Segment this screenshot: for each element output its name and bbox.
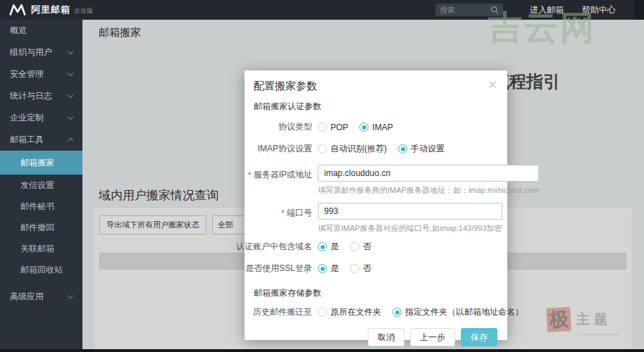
- search-icon[interactable]: [490, 6, 499, 14]
- radio-domain-no[interactable]: 否: [350, 241, 371, 253]
- sidebar-item-label: 企业定制: [10, 112, 44, 124]
- history-radio-group: 原所在文件夹 指定文件夹（以邮箱地址命名）: [318, 306, 535, 318]
- previous-step-button[interactable]: 上一步: [410, 328, 455, 346]
- sidebar-item-label: 概览: [10, 25, 27, 37]
- radio-unchecked-icon[interactable]: [318, 308, 327, 317]
- sidebar-nav: 概览 组织与用户 安全管理 统计与日志 企业定制 邮箱工具 邮箱搬家 发信设置 …: [0, 20, 82, 352]
- imap-setting-label: IMAP协议设置: [244, 143, 312, 155]
- radio-unchecked-icon[interactable]: [318, 122, 327, 132]
- help-center-link[interactable]: 帮助中心: [582, 4, 616, 16]
- logo-text: 阿里邮箱: [31, 4, 70, 16]
- sidebar-item-overview[interactable]: 概览: [0, 20, 82, 42]
- port-helper: 填写原IMAP服务器对应的端口号,如imap:143/993加密: [318, 223, 502, 234]
- chevron-down-icon: [68, 114, 73, 120]
- radio-label: 是: [330, 263, 339, 275]
- protocol-type-row: 协议类型 POP IMAP: [244, 121, 507, 133]
- radio-checked-icon[interactable]: [392, 308, 402, 317]
- radio-original-folder[interactable]: 原所在文件夹: [318, 306, 381, 318]
- radio-label: 否: [363, 241, 371, 253]
- sidebar-item-label: 高级应用: [10, 291, 44, 303]
- top-header: 阿里邮箱 企业版 进入邮箱 帮助中心: [0, 0, 644, 20]
- app-logo[interactable]: 阿里邮箱 企业版: [9, 4, 93, 16]
- server-address-helper: 填写原邮件服务商的IMAP服务器地址：如：imap.mxhichina.com: [318, 185, 539, 196]
- search-input[interactable]: [440, 6, 490, 14]
- imap-setting-row: IMAP协议设置 自动识别(推荐) 手动设置: [244, 143, 507, 155]
- label-text: 端口号: [287, 207, 312, 219]
- sidebar-subitem-label: 发信设置: [20, 180, 54, 191]
- sidebar-subitem-mailbox-recycle[interactable]: 邮箱回收站: [0, 259, 82, 280]
- cancel-button[interactable]: 取消: [368, 328, 404, 346]
- radio-imap[interactable]: IMAP: [359, 122, 392, 132]
- port-row: * 端口号 填写原IMAP服务器对应的端口号,如imap:143/993加密: [244, 203, 507, 234]
- chevron-down-icon: [68, 92, 73, 98]
- history-destination-label: 历史邮件搬迁至: [244, 306, 312, 318]
- sidebar-subitem-mail-recall[interactable]: 邮件撤回: [0, 217, 82, 238]
- radio-checked-icon[interactable]: [398, 144, 407, 153]
- sidebar-item-label: 邮箱工具: [10, 134, 44, 146]
- configure-migration-modal: 配置搬家参数 ✕ 邮箱搬家认证参数 协议类型 POP IMAP IMAP协议设置…: [244, 70, 507, 340]
- domain-radio-group: 是 否: [318, 241, 383, 253]
- header-end-block: [634, 0, 644, 20]
- sidebar-subitem-label: 关联邮箱: [20, 243, 54, 255]
- server-address-label: * 服务器IP或地址: [244, 169, 312, 181]
- chevron-up-icon: [68, 138, 73, 144]
- radio-manual-setting[interactable]: 手动设置: [398, 143, 445, 155]
- protocol-radio-group: POP IMAP: [318, 122, 404, 132]
- label-text: 服务器IP或地址: [254, 169, 312, 181]
- radio-checked-icon[interactable]: [318, 242, 327, 251]
- sidebar-item-enterprise-custom[interactable]: 企业定制: [0, 107, 82, 129]
- sidebar-item-security[interactable]: 安全管理: [0, 63, 82, 85]
- save-button[interactable]: 保存: [461, 328, 497, 346]
- sidebar-item-mail-tools[interactable]: 邮箱工具: [0, 129, 82, 151]
- storage-params-section-label: 邮箱搬家存储参数: [244, 284, 507, 306]
- sidebar-item-org-users[interactable]: 组织与用户: [0, 42, 82, 63]
- radio-ssl-yes[interactable]: 是: [318, 263, 339, 275]
- sidebar-subitem-mail-secretary[interactable]: 邮件秘书: [0, 196, 82, 217]
- required-mark: *: [248, 170, 252, 180]
- enter-mailbox-link[interactable]: 进入邮箱: [530, 4, 564, 16]
- sidebar-subitem-label: 邮件秘书: [20, 201, 54, 213]
- port-input[interactable]: [318, 203, 502, 220]
- radio-pop[interactable]: POP: [318, 122, 348, 132]
- radio-label: POP: [330, 122, 348, 132]
- sidebar-item-label: 组织与用户: [10, 46, 52, 58]
- auth-params-section-label: 邮箱搬家认证参数: [244, 99, 507, 121]
- radio-label: 自动识别(推荐): [330, 143, 387, 155]
- sidebar-subitem-send-settings[interactable]: 发信设置: [0, 175, 82, 196]
- server-address-input-col: 填写原邮件服务商的IMAP服务器地址：如：imap.mxhichina.com: [318, 165, 539, 196]
- sidebar-subitem-mail-migration[interactable]: 邮箱搬家: [0, 151, 82, 175]
- sidebar-item-advanced-apps[interactable]: 高级应用: [0, 286, 82, 308]
- alimail-logo-icon: [9, 4, 26, 16]
- radio-unchecked-icon[interactable]: [318, 144, 327, 153]
- ssl-login-label: 是否使用SSL登录: [244, 263, 312, 275]
- chevron-down-icon: [68, 70, 73, 76]
- radio-specified-folder[interactable]: 指定文件夹（以邮箱地址命名）: [392, 306, 524, 318]
- radio-checked-icon[interactable]: [359, 122, 369, 132]
- imap-mode-radio-group: 自动识别(推荐) 手动设置: [318, 143, 456, 155]
- radio-unchecked-icon[interactable]: [350, 264, 359, 273]
- server-address-row: * 服务器IP或地址 填写原邮件服务商的IMAP服务器地址：如：imap.mxh…: [244, 165, 507, 196]
- radio-label: 是: [330, 241, 339, 253]
- required-mark: *: [281, 208, 285, 218]
- radio-label: 手动设置: [411, 143, 445, 155]
- server-address-input[interactable]: [318, 165, 539, 182]
- radio-ssl-no[interactable]: 否: [350, 263, 371, 275]
- domain-included-row: 认证账户中包含域名 是 否: [244, 241, 507, 253]
- radio-checked-icon[interactable]: [318, 264, 327, 273]
- sidebar-item-label: 统计与日志: [10, 90, 52, 102]
- radio-unchecked-icon[interactable]: [350, 242, 359, 251]
- radio-label: 指定文件夹（以邮箱地址命名）: [405, 306, 524, 318]
- logo-edition-badge: 企业版: [74, 6, 93, 15]
- sidebar-item-label: 安全管理: [10, 68, 44, 80]
- modal-title: 配置搬家参数: [254, 80, 317, 93]
- sidebar-subitem-linked-mailbox[interactable]: 关联邮箱: [0, 238, 82, 259]
- radio-label: 否: [363, 263, 371, 275]
- radio-auto-detect[interactable]: 自动识别(推荐): [318, 143, 387, 155]
- chevron-down-icon: [68, 49, 73, 54]
- sidebar-item-stats-logs[interactable]: 统计与日志: [0, 85, 82, 107]
- header-search-box[interactable]: [435, 4, 503, 16]
- port-input-col: 填写原IMAP服务器对应的端口号,如imap:143/993加密: [318, 203, 502, 234]
- radio-domain-yes[interactable]: 是: [318, 241, 339, 253]
- port-label: * 端口号: [244, 207, 312, 219]
- close-icon[interactable]: ✕: [488, 80, 497, 91]
